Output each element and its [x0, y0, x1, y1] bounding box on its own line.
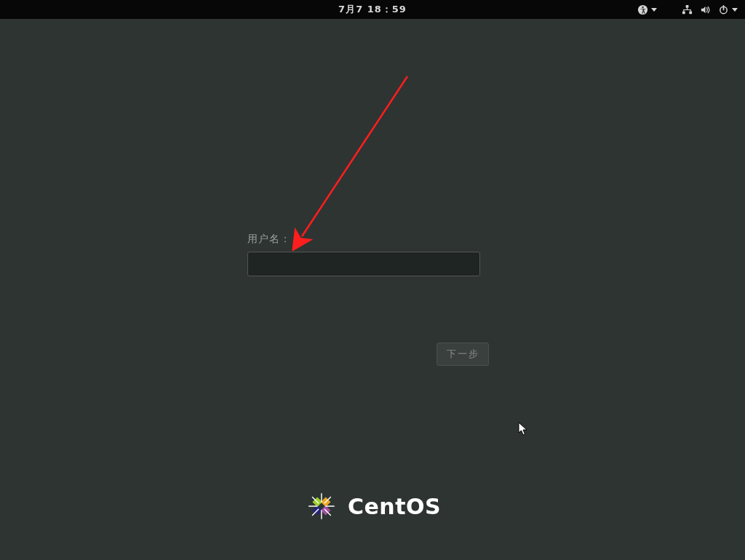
annotation-arrow	[291, 69, 422, 251]
accessibility-icon	[637, 4, 648, 15]
svg-line-19	[302, 76, 407, 236]
chevron-down-icon	[732, 8, 738, 12]
top-bar: 7月7 18：59	[0, 0, 745, 19]
centos-logo-icon	[304, 489, 339, 524]
username-label: 用户名：	[247, 233, 480, 246]
clock-label: 7月7 18：59	[338, 3, 407, 16]
volume-indicator[interactable]	[700, 4, 711, 15]
power-menu[interactable]	[718, 4, 738, 15]
power-icon	[718, 4, 729, 15]
network-icon	[682, 4, 693, 15]
next-button[interactable]: 下一步	[437, 343, 489, 366]
svg-rect-4	[689, 11, 692, 14]
mouse-cursor-icon	[518, 422, 530, 436]
login-form: 用户名：	[247, 233, 480, 276]
accessibility-menu[interactable]	[637, 4, 657, 15]
network-indicator[interactable]	[682, 4, 693, 15]
svg-rect-3	[682, 11, 685, 14]
volume-icon	[700, 4, 711, 15]
centos-logo-text: CentOS	[348, 494, 441, 519]
chevron-down-icon	[651, 8, 657, 12]
username-input[interactable]	[247, 252, 480, 276]
svg-rect-2	[686, 4, 689, 7]
centos-branding: CentOS	[304, 489, 441, 524]
svg-point-1	[642, 6, 644, 8]
top-right-status	[637, 4, 738, 15]
